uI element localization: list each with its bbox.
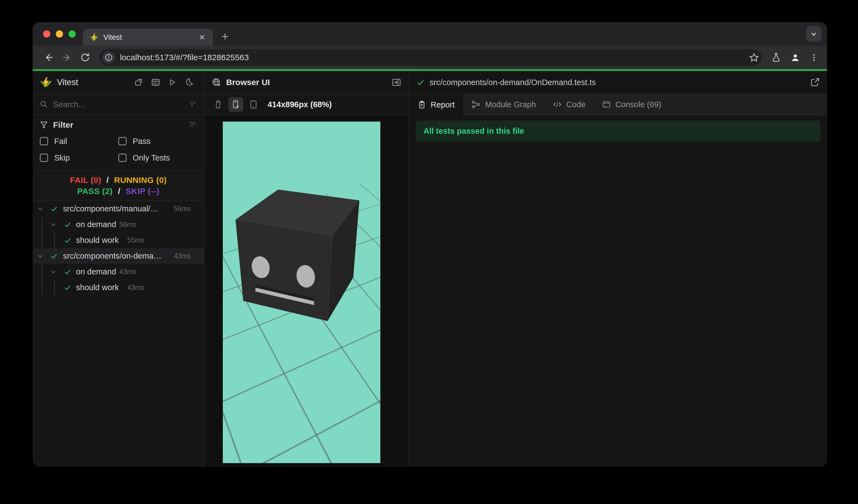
test-suite-row[interactable]: on demand43ms (33, 264, 204, 280)
device-phone-plus-button[interactable] (228, 97, 243, 112)
browser-window: Vitest localhost:5173/#/?file=1828625563 (33, 22, 827, 467)
device-toolbar: 414x896px (68%) (205, 94, 409, 115)
site-info-icon[interactable] (102, 51, 115, 64)
status-sep: / (101, 176, 114, 184)
app-title: Vitest (57, 77, 129, 87)
clear-search-filter-icon[interactable] (189, 100, 197, 109)
filter-options: FailPassSkipOnly Tests (40, 133, 197, 166)
open-in-editor-icon[interactable] (810, 77, 820, 87)
tree-guide (42, 264, 42, 280)
sidebar-header: Vitest (33, 71, 204, 94)
checkbox-label: Skip (54, 153, 70, 162)
search-icon (40, 100, 48, 109)
tab-label: Code (566, 100, 586, 109)
results-tabbar: ReportModule GraphCodeConsole (69) (409, 94, 827, 115)
console-icon (602, 100, 611, 109)
tab-label: Report (431, 100, 455, 110)
tree-guide (42, 217, 42, 232)
device-tablet-button[interactable] (246, 97, 261, 112)
reload-icon[interactable] (77, 50, 93, 65)
viewport-size-label: 414x896px (68%) (268, 100, 332, 109)
browser-tab[interactable]: Vitest (83, 29, 213, 46)
address-bar[interactable]: localhost:5173/#/?file=1828625563 (99, 49, 762, 66)
filter-checkbox-only-tests[interactable]: Only Tests (118, 149, 197, 166)
expand-chevron-icon[interactable] (37, 206, 44, 212)
profile-avatar[interactable] (789, 51, 801, 64)
url-text[interactable]: localhost:5173/#/?file=1828625563 (120, 53, 744, 62)
test-suite-row[interactable]: on demand56ms (33, 217, 204, 232)
filter-checkbox-skip[interactable]: Skip (40, 149, 118, 166)
test-duration: 43ms (127, 283, 144, 292)
tab-code[interactable]: Code (544, 94, 594, 115)
preview-title: Browser UI (226, 78, 386, 87)
test-tree: src/components/manual/…56mson demand56ms… (33, 201, 204, 295)
test-status-summary: FAIL (0) / RUNNING (0) PASS (2) / SKIP (… (33, 170, 204, 201)
browser-preview-panel: Browser UI 414x896px (68%) (205, 71, 409, 467)
test-case-row[interactable]: should work43ms (33, 280, 204, 295)
run-all-play-icon[interactable] (168, 78, 177, 87)
back-icon[interactable] (41, 50, 57, 65)
pass-check-icon (64, 284, 71, 291)
status-running: RUNNING (0) (114, 176, 167, 184)
status-fail: FAIL (0) (70, 176, 101, 184)
close-tab-icon[interactable] (198, 33, 206, 42)
checkbox[interactable] (40, 153, 48, 162)
pass-check-icon (50, 205, 58, 212)
vitest-app: Vitest (33, 71, 827, 467)
search-row (33, 94, 204, 115)
menu-kebab-icon[interactable] (809, 53, 819, 62)
expand-chevron-icon[interactable] (37, 253, 44, 259)
minimize-window-button[interactable] (56, 30, 63, 37)
checkbox[interactable] (40, 137, 48, 145)
maximize-window-button[interactable] (68, 30, 76, 37)
test-file-row[interactable]: src/components/manual/…56ms (33, 201, 204, 217)
code-icon (553, 100, 562, 109)
filter-funnel-icon (40, 121, 48, 129)
forward-icon[interactable] (59, 50, 75, 65)
pass-check-icon (64, 268, 71, 276)
bookmark-star-icon[interactable] (749, 52, 759, 63)
results-header: src/components/on-demand/OnDemand.test.t… (409, 71, 827, 94)
tab-report[interactable]: Report (409, 94, 463, 115)
checkbox-label: Pass (133, 137, 150, 146)
dashboard-icon[interactable] (151, 78, 160, 87)
pass-check-icon (50, 252, 58, 260)
window-controls (43, 30, 76, 37)
filter-checkbox-pass[interactable]: Pass (118, 133, 197, 149)
all-tests-passed-banner: All tests passed in this file (416, 120, 821, 142)
status-line-2: PASS (2) / SKIP (--) (77, 186, 159, 196)
pass-check-icon (64, 221, 71, 228)
test-case-row[interactable]: should work55ms (33, 232, 204, 248)
test-duration: 56ms (174, 205, 191, 213)
close-window-button[interactable] (43, 30, 50, 37)
tab-label: Module Graph (485, 100, 536, 109)
browser-toolbar: localhost:5173/#/?file=1828625563 (33, 46, 827, 69)
tab-console-69[interactable]: Console (69) (594, 94, 669, 115)
tab-search-button[interactable] (806, 26, 822, 42)
checkbox[interactable] (118, 153, 127, 162)
sidebar-actions (134, 78, 193, 87)
new-tab-button[interactable] (221, 32, 229, 41)
status-sep: / (113, 186, 126, 196)
test-progress-bar (33, 69, 827, 71)
experiments-flask-icon[interactable] (771, 52, 781, 63)
filter-header: Filter (40, 117, 197, 133)
tab-module-graph[interactable]: Module Graph (463, 94, 544, 115)
sidebar: Vitest (33, 71, 205, 467)
expand-chevron-icon[interactable] (50, 269, 57, 275)
open-panel-right-icon[interactable] (392, 77, 401, 87)
expand-chevron-icon[interactable] (50, 221, 57, 228)
graph-icon (471, 100, 481, 109)
checkbox[interactable] (118, 137, 127, 145)
test-file-row[interactable]: src/components/on-dema…43ms (33, 248, 204, 264)
search-input[interactable] (53, 100, 184, 109)
dark-mode-moon-icon[interactable] (184, 78, 193, 87)
vitest-logo-icon (40, 76, 52, 88)
collapse-panels-icon[interactable] (134, 78, 144, 87)
filter-checkbox-fail[interactable]: Fail (40, 133, 118, 149)
device-phone-small-button[interactable] (211, 97, 225, 112)
clear-filter-icon[interactable] (189, 121, 197, 129)
test-label: should work (76, 236, 119, 245)
app-viewport[interactable] (223, 121, 380, 463)
tree-guide (54, 232, 55, 248)
